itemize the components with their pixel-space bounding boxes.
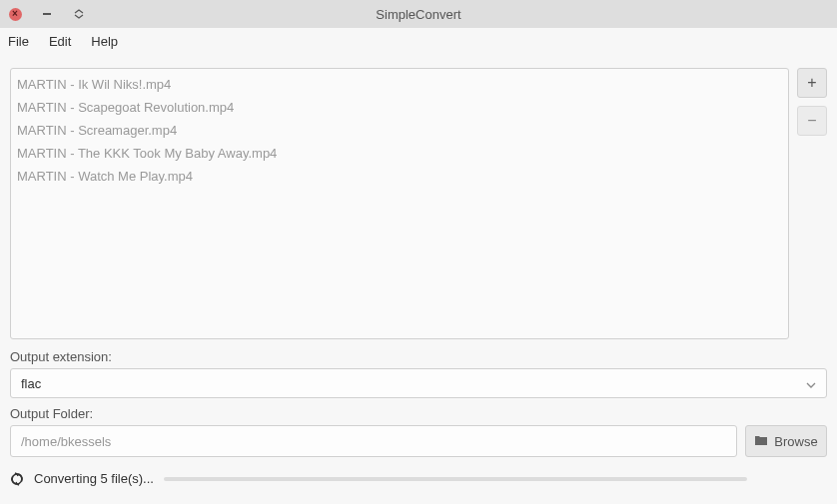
folder-icon (754, 434, 768, 449)
file-row: MARTIN - Ik Wil Niks!.mp4 MARTIN - Scape… (10, 68, 827, 339)
window-title: SimpleConvert (376, 7, 460, 22)
close-icon (9, 8, 22, 21)
progress-bar (164, 477, 747, 481)
output-extension-label: Output extension: (10, 349, 827, 364)
menu-edit[interactable]: Edit (49, 34, 71, 49)
output-folder-label: Output Folder: (10, 406, 827, 421)
browse-label: Browse (774, 434, 817, 449)
plus-icon: + (807, 74, 816, 92)
minimize-icon (43, 13, 51, 15)
list-side-buttons: + − (797, 68, 827, 339)
content-area: MARTIN - Ik Wil Niks!.mp4 MARTIN - Scape… (0, 56, 837, 504)
menubar: File Edit Help (0, 28, 837, 56)
list-item[interactable]: MARTIN - Watch Me Play.mp4 (17, 165, 782, 188)
status-row: Converting 5 file(s)... (10, 471, 827, 494)
chevron-down-icon (806, 376, 816, 391)
maximize-button[interactable] (72, 7, 86, 21)
status-text: Converting 5 file(s)... (34, 471, 154, 486)
refresh-icon (10, 472, 24, 486)
file-list[interactable]: MARTIN - Ik Wil Niks!.mp4 MARTIN - Scape… (10, 68, 789, 339)
minus-icon: − (807, 112, 816, 130)
list-item[interactable]: MARTIN - Ik Wil Niks!.mp4 (17, 73, 782, 96)
minimize-button[interactable] (40, 7, 54, 21)
maximize-icon (74, 9, 84, 19)
browse-button[interactable]: Browse (745, 425, 827, 457)
list-item[interactable]: MARTIN - The KKK Took My Baby Away.mp4 (17, 142, 782, 165)
output-extension-dropdown[interactable]: flac (10, 368, 827, 398)
titlebar: SimpleConvert (0, 0, 837, 28)
menu-file[interactable]: File (8, 34, 29, 49)
folder-input-value: /home/bkessels (21, 434, 111, 449)
menu-help[interactable]: Help (91, 34, 118, 49)
add-file-button[interactable]: + (797, 68, 827, 98)
list-item[interactable]: MARTIN - Screamager.mp4 (17, 119, 782, 142)
close-button[interactable] (8, 7, 22, 21)
dropdown-value: flac (21, 376, 41, 391)
remove-file-button[interactable]: − (797, 106, 827, 136)
folder-row: /home/bkessels Browse (10, 425, 827, 457)
output-folder-input[interactable]: /home/bkessels (10, 425, 737, 457)
window-controls (8, 7, 86, 21)
list-item[interactable]: MARTIN - Scapegoat Revolution.mp4 (17, 96, 782, 119)
